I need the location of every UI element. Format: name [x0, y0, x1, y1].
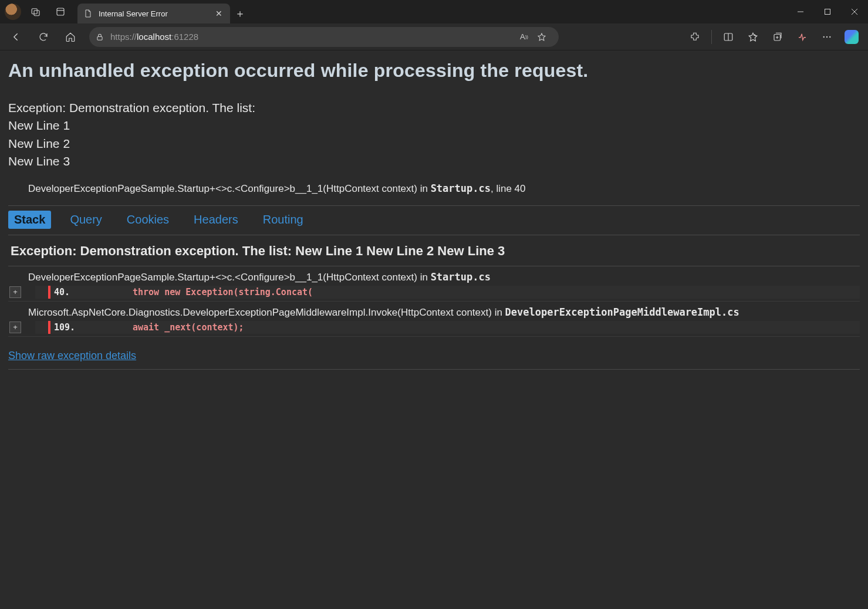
- svg-rect-0: [32, 9, 37, 14]
- window-close-button[interactable]: [841, 0, 868, 23]
- error-line-marker: [48, 321, 50, 334]
- toolbar-divider: [711, 30, 712, 44]
- tab-cookies[interactable]: Cookies: [121, 211, 175, 229]
- frame-file: DeveloperExceptionPageMiddlewareImpl.cs: [505, 306, 739, 318]
- frame-method: Microsoft.AspNetCore.Diagnostics.Develop…: [28, 307, 505, 318]
- close-tab-button[interactable]: ✕: [214, 8, 224, 19]
- error-heading: An unhandled exception occurred while pr…: [8, 60, 860, 82]
- collections-icon[interactable]: [766, 26, 789, 48]
- exception-message: Exception: Demonstration exception. The …: [8, 99, 860, 171]
- url-host: localhost: [137, 32, 171, 42]
- tab-actions-icon[interactable]: [50, 0, 70, 23]
- split-screen-icon[interactable]: [717, 26, 740, 48]
- stack-frame: DeveloperExceptionPageSample.Startup+<>c…: [8, 266, 860, 283]
- url-port: :61228: [171, 32, 198, 42]
- svg-point-7: [823, 36, 825, 37]
- error-line-marker: [48, 286, 50, 299]
- tab-headers[interactable]: Headers: [188, 211, 244, 229]
- stack-frame: Microsoft.AspNetCore.Diagnostics.Develop…: [8, 302, 860, 319]
- code-line: 109. await _next(context);: [35, 321, 860, 334]
- svg-rect-4: [97, 36, 102, 40]
- line-number: 109.: [54, 322, 86, 333]
- tab-stack[interactable]: Stack: [8, 211, 51, 229]
- show-raw-exception-link[interactable]: Show raw exception details: [8, 350, 136, 362]
- expand-frame-button[interactable]: +: [9, 286, 21, 298]
- url-protocol: https://: [110, 32, 137, 42]
- svg-point-8: [826, 36, 828, 37]
- new-tab-button[interactable]: ＋: [230, 4, 250, 23]
- url-text: https://localhost:61228: [110, 32, 198, 42]
- bottom-divider: [8, 369, 860, 370]
- source-line-suffix: , line 40: [491, 183, 526, 194]
- stack-code-row: + 40. throw new Exception(string.Concat(: [8, 286, 860, 302]
- source-location: DeveloperExceptionPageSample.Startup+<>c…: [28, 182, 860, 195]
- back-button[interactable]: [5, 26, 28, 48]
- svg-rect-1: [34, 11, 39, 16]
- tab-title: Internal Server Error: [99, 9, 208, 18]
- tab-query[interactable]: Query: [64, 211, 107, 229]
- window-titlebar: Internal Server Error ✕ ＋: [0, 0, 868, 23]
- more-menu-button[interactable]: [815, 26, 839, 48]
- source-file: Startup.cs: [431, 182, 491, 194]
- favorite-icon[interactable]: [534, 29, 549, 45]
- read-aloud-icon[interactable]: A)): [516, 29, 532, 45]
- lock-icon: [95, 32, 104, 42]
- expand-frame-button[interactable]: +: [9, 322, 21, 333]
- tabs-divider: [8, 235, 860, 235]
- line-number: 40.: [54, 287, 86, 297]
- svg-point-9: [829, 36, 830, 37]
- error-tabs: Stack Query Cookies Headers Routing: [8, 211, 860, 229]
- home-button[interactable]: [59, 26, 82, 48]
- document-icon: [83, 9, 93, 18]
- extensions-icon[interactable]: [683, 26, 707, 48]
- source-method: DeveloperExceptionPageSample.Startup+<>c…: [28, 183, 431, 194]
- code-line: 40. throw new Exception(string.Concat(: [35, 286, 860, 299]
- workspaces-icon[interactable]: [26, 0, 46, 23]
- address-bar[interactable]: https://localhost:61228 A)): [89, 27, 559, 47]
- code-text: throw new Exception(string.Concat(: [133, 287, 313, 297]
- stack-title: Exception: Demonstration exception. The …: [8, 240, 860, 266]
- profile-avatar[interactable]: [5, 4, 21, 20]
- favorites-icon[interactable]: [741, 26, 765, 48]
- page-content: An unhandled exception occurred while pr…: [0, 50, 868, 609]
- titlebar-left: [0, 0, 75, 23]
- stack-code-row: + 109. await _next(context);: [8, 321, 860, 337]
- section-divider: [8, 205, 860, 206]
- svg-rect-2: [57, 8, 64, 15]
- browser-toolbar: https://localhost:61228 A)): [0, 23, 868, 50]
- code-text: await _next(context);: [133, 322, 244, 333]
- browser-tab[interactable]: Internal Server Error ✕: [77, 4, 230, 23]
- frame-file: Startup.cs: [431, 271, 491, 283]
- window-controls: [787, 0, 868, 23]
- tab-routing[interactable]: Routing: [257, 211, 309, 229]
- frame-method: DeveloperExceptionPageSample.Startup+<>c…: [28, 272, 431, 283]
- refresh-button[interactable]: [32, 26, 55, 48]
- svg-rect-3: [825, 9, 830, 15]
- window-minimize-button[interactable]: [787, 0, 814, 23]
- stack-panel: Exception: Demonstration exception. The …: [8, 240, 860, 370]
- performance-icon[interactable]: [791, 26, 814, 48]
- window-maximize-button[interactable]: [814, 0, 841, 23]
- copilot-icon[interactable]: [840, 26, 863, 48]
